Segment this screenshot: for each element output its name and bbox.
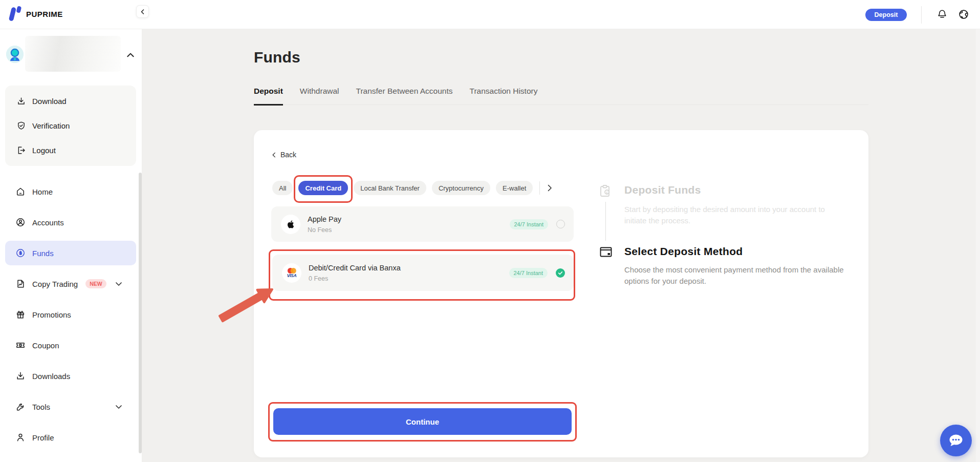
step-description-select-deposit-method: Choose the most convenient payment metho… — [624, 264, 846, 287]
chevron-right-icon — [546, 184, 554, 192]
tab-transfer-between-accounts[interactable]: Transfer Between Accounts — [356, 87, 453, 104]
step-title-select-deposit-method: Select Deposit Method — [624, 245, 743, 258]
method-name: Debit/Credit Card via Banxa — [309, 264, 509, 272]
back-button[interactable]: Back — [271, 151, 296, 159]
brand-name: PUPRIME — [26, 10, 63, 18]
chips-scroll-next-button[interactable] — [546, 184, 554, 192]
menu-item-download[interactable]: Download — [5, 89, 136, 113]
sidebar-collapse-button[interactable] — [136, 5, 149, 18]
filter-chip-e-wallet[interactable]: E-wallet — [496, 181, 533, 195]
robot-avatar-icon — [6, 46, 24, 63]
tab-deposit[interactable]: Deposit — [254, 87, 283, 106]
wrench-icon — [15, 402, 26, 412]
method-apple-pay[interactable]: Apple Pay No Fees 24/7 Instant — [271, 206, 574, 242]
app-window: PUPRIME Deposit — [0, 0, 980, 462]
sidebar-item-label: Promotions — [32, 310, 71, 319]
menu-item-logout[interactable]: Logout — [5, 138, 136, 162]
method-info: Apple Pay No Fees — [308, 215, 510, 234]
annotation-arrow — [215, 279, 281, 328]
method-fees: 0 Fees — [309, 275, 509, 282]
deposit-funds-step-icon: c — [599, 184, 612, 198]
sidebar-nav: Home Accounts $ Funds Copy Trading NEW — [0, 176, 142, 453]
chevron-left-icon — [271, 152, 277, 158]
topbar-actions: Deposit — [865, 0, 970, 29]
svg-text:$: $ — [20, 344, 21, 347]
new-badge: NEW — [85, 279, 106, 288]
filter-chip-local-bank-transfer[interactable]: Local Bank Transfer — [354, 181, 426, 195]
svg-text:$: $ — [19, 250, 21, 256]
method-fees: No Fees — [308, 226, 510, 234]
sidebar-item-funds[interactable]: $ Funds — [5, 241, 136, 265]
sidebar-item-label: Downloads — [32, 372, 70, 381]
filter-chip-credit-card-highlight: Credit Card — [298, 181, 348, 195]
mastercard-visa-icon: VISA — [282, 263, 301, 283]
account-name-redacted — [25, 36, 121, 72]
chevron-down-icon — [115, 280, 123, 288]
sidebar-item-home[interactable]: Home — [0, 176, 142, 207]
menu-item-label: Download — [32, 97, 67, 106]
brand-logo: PUPRIME — [7, 6, 63, 22]
tab-transaction-history[interactable]: Transaction History — [469, 87, 537, 104]
method-radio-selected[interactable] — [556, 268, 565, 278]
sidebar-item-accounts[interactable]: Accounts — [0, 207, 142, 238]
filter-chip-all[interactable]: All — [272, 181, 293, 195]
sidebar-item-tools[interactable]: Tools — [0, 391, 142, 422]
sidebar-item-label: Profile — [32, 433, 54, 442]
menu-item-label: Verification — [32, 121, 70, 130]
sidebar: Download Verification Logout — [0, 29, 142, 462]
avatar — [6, 46, 24, 63]
shield-check-icon — [16, 121, 26, 131]
step-connector-line — [605, 202, 606, 241]
filter-chip-cryptocurrency[interactable]: Cryptocurrency — [432, 181, 490, 195]
sidebar-item-downloads[interactable]: Downloads — [0, 361, 142, 391]
notifications-button[interactable] — [936, 9, 948, 21]
sidebar-item-coupon[interactable]: $ Coupon — [0, 330, 142, 361]
sidebar-scrollbar[interactable] — [139, 173, 142, 453]
sidebar-item-profile[interactable]: Profile — [0, 422, 142, 453]
account-menu: Download Verification Logout — [5, 86, 136, 166]
sidebar-item-label: Coupon — [32, 341, 59, 350]
method-name: Apple Pay — [308, 215, 510, 223]
profile-summary[interactable] — [0, 36, 142, 72]
method-info: Debit/Credit Card via Banxa 0 Fees — [309, 264, 509, 282]
funds-icon: $ — [15, 248, 26, 258]
topbar-deposit-button[interactable]: Deposit — [865, 9, 907, 21]
sidebar-item-copy-trading[interactable]: Copy Trading NEW — [0, 268, 142, 299]
check-icon — [558, 270, 563, 276]
profile-icon — [15, 432, 26, 443]
sidebar-item-promotions[interactable]: Promotions — [0, 299, 142, 330]
sidebar-item-label: Accounts — [32, 218, 64, 227]
downloads-icon — [15, 371, 26, 381]
method-radio-unselected[interactable] — [556, 220, 565, 228]
visa-wordmark: VISA — [287, 273, 297, 278]
menu-item-label: Logout — [32, 146, 56, 155]
continue-button[interactable]: Continue — [273, 408, 572, 435]
gift-icon — [15, 309, 26, 320]
page-scrollbar-track[interactable] — [976, 29, 980, 462]
menu-item-verification[interactable]: Verification — [5, 113, 136, 138]
sidebar-item-label: Tools — [32, 403, 50, 411]
language-button[interactable] — [957, 9, 970, 21]
accounts-icon — [15, 217, 26, 227]
sidebar-item-label: Home — [32, 187, 53, 196]
svg-text:c: c — [606, 191, 608, 194]
download-icon — [16, 96, 26, 106]
page-title: Funds — [254, 49, 300, 66]
puprime-logo-icon — [7, 6, 23, 22]
logout-icon — [16, 145, 26, 155]
bell-icon — [937, 9, 948, 20]
deposit-panel: Back All Credit Card Local Bank Transfer… — [254, 130, 868, 457]
sidebar-item-label: Copy Trading — [32, 280, 78, 288]
live-chat-button[interactable] — [940, 425, 972, 456]
chevron-up-icon[interactable] — [126, 51, 135, 60]
globe-icon — [958, 9, 969, 20]
step-title-deposit-funds: Deposit Funds — [624, 184, 701, 196]
select-method-step-icon — [599, 246, 613, 258]
main-content: Funds Deposit Withdrawal Transfer Betwee… — [142, 29, 980, 462]
tab-bar: Deposit Withdrawal Transfer Between Acco… — [254, 87, 868, 105]
step-description-deposit-funds: Start by depositing the desired amount i… — [624, 204, 841, 226]
payment-filter-chips: All Credit Card Local Bank Transfer Cryp… — [272, 181, 554, 195]
tab-withdrawal[interactable]: Withdrawal — [300, 87, 339, 104]
method-debit-credit-card-banxa[interactable]: VISA Debit/Credit Card via Banxa 0 Fees … — [272, 255, 574, 291]
filter-chip-credit-card[interactable]: Credit Card — [298, 181, 348, 195]
